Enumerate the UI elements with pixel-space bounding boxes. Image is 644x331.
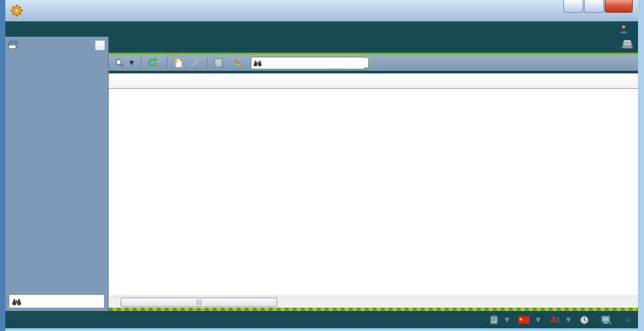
close-button[interactable] [605,0,633,13]
main-area: ▼ [109,37,638,311]
toolbar-separator [167,57,167,68]
status-font-menu[interactable]: A: ▼ [550,315,571,324]
status-bar: ▼ ▼ A: ▼ [5,311,638,328]
font-icon: A: [550,315,559,324]
programs-icon [8,41,19,50]
horizontal-scrollbar [109,296,638,308]
sidebar-search-box: × [9,294,105,308]
menu-bar [5,21,638,37]
toolbar-separator [141,57,141,68]
scrollbar-thumb[interactable] [121,298,277,307]
binoculars-icon [253,59,262,67]
refresh-button[interactable] [146,57,162,68]
broom-icon[interactable] [231,57,245,68]
tab-strip [109,37,638,53]
query-button[interactable]: ▼ [113,57,136,68]
resize-grip[interactable] [625,318,630,322]
toolbar-search-input[interactable] [265,58,368,67]
status-language-menu[interactable]: ▼ [519,316,541,324]
scroll-left-icon[interactable] [109,297,120,308]
sidebar-spacer [5,54,108,294]
task-caret-icon: ▼ [505,316,509,323]
query-dropdown-caret-icon: ▼ [129,59,134,66]
status-clock [580,316,592,324]
app-gear-icon [11,5,23,17]
clipboard-icon [490,315,498,324]
user-indicator[interactable] [619,25,631,34]
font-caret-icon: ▼ [566,316,571,323]
computer-icon [601,316,611,324]
grid-header [109,73,638,89]
clock-icon [580,316,589,324]
sidebar-collapse-button[interactable] [95,40,105,51]
restore-button[interactable] [584,0,604,13]
toolbar: ▼ [109,55,638,71]
binoculars-icon [12,298,21,306]
magnifier-icon [115,58,124,67]
status-task-menu[interactable]: ▼ [490,315,509,324]
status-server [601,316,615,324]
app-window: × ▼ [0,0,644,331]
grid-empty-area [109,89,638,296]
sidebar-header [5,37,108,54]
window-controls [563,0,633,13]
toolbar-search-box [251,57,365,69]
person-icon [619,25,628,34]
schedule-button[interactable] [212,57,227,68]
refresh-icon [148,58,157,67]
toolbar-separator [207,57,207,68]
window-bottom-border [5,328,638,331]
new-button[interactable] [172,57,185,69]
minimize-button[interactable] [563,0,583,13]
scroll-right-icon[interactable] [627,297,638,308]
edit-button[interactable] [189,57,202,68]
toolbar-search-clear-icon[interactable]: × [369,57,377,68]
title-bar [5,0,638,21]
flag-icon [519,316,529,324]
calculator-icon [214,58,223,67]
printer-icon[interactable] [622,40,633,49]
sidebar: × [5,37,109,311]
status-accent-line [109,308,638,311]
language-caret-icon: ▼ [536,316,541,323]
